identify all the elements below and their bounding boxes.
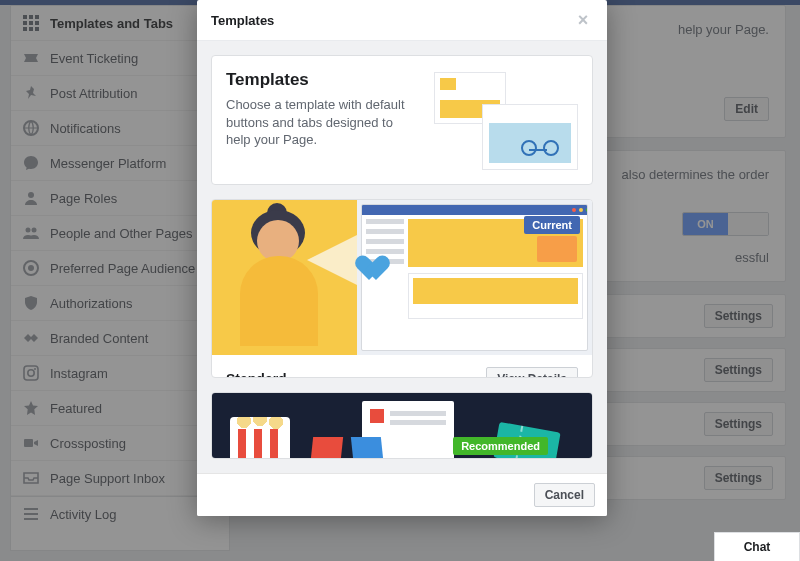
cancel-button[interactable]: Cancel <box>534 483 595 507</box>
intro-description: Choose a template with default buttons a… <box>226 96 416 149</box>
view-details-button[interactable]: View Details <box>486 367 578 378</box>
templates-intro-card: Templates Choose a template with default… <box>211 55 593 185</box>
glasses-3d-icon <box>312 437 382 459</box>
template-name: Standard <box>226 371 287 378</box>
intro-illustration <box>428 70 578 170</box>
modal-title: Templates <box>211 13 274 28</box>
close-icon[interactable]: × <box>573 10 593 30</box>
chat-tab[interactable]: Chat <box>714 532 800 561</box>
template-card-recommended: Recommended <box>211 392 593 459</box>
recommended-badge: Recommended <box>453 437 548 455</box>
intro-title: Templates <box>226 70 416 90</box>
template-card-standard: Current Standard View Details <box>211 199 593 378</box>
current-badge: Current <box>524 216 580 234</box>
popcorn-icon <box>230 417 290 459</box>
heart-icon <box>362 256 390 284</box>
templates-modal: Templates × Templates Choose a template … <box>197 0 607 516</box>
